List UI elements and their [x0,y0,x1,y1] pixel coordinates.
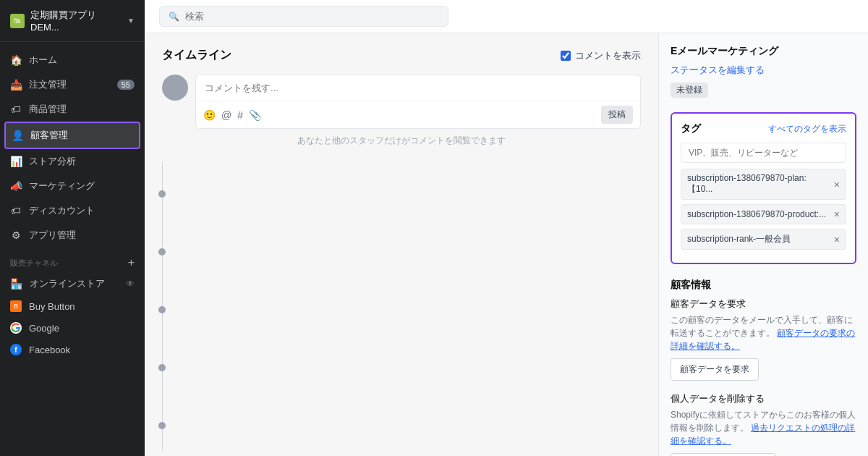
sidebar-item-customers[interactable]: 👤 顧客管理 [4,122,140,149]
orders-badge: 55 [117,80,135,90]
customers-icon: 👤 [12,130,23,141]
tag-text: subscription-1380679870-product:... [687,209,826,219]
tag-text: subscription-rank-一般会員 [687,233,791,245]
sidebar-item-label: アプリ管理 [29,229,76,242]
sidebar-item-orders[interactable]: 📥 注文管理 55 [0,72,145,97]
buy-button-icon: B [10,300,22,312]
sales-channels-section: 販売チャネル + [0,248,145,272]
customer-info-title: 顧客情報 [671,279,856,292]
customer-info-section: 顧客情報 顧客データを要求 この顧客のデータをメールで入手して、顧客に転送するこ… [671,279,856,456]
timeline-header: タイムライン コメントを表示 [162,48,641,63]
sidebar-item-label: 注文管理 [29,78,67,91]
sidebar-item-facebook[interactable]: f Facebook [0,339,145,360]
attachment-icon[interactable]: 📎 [249,109,261,121]
google-icon [10,322,22,334]
request-data-button[interactable]: 顧客データを要求 [671,358,759,381]
products-icon: 🏷 [10,104,22,115]
comment-box: 🙂 @ # 📎 投稿 [195,75,641,129]
timeline-track [162,161,641,451]
sidebar-item-marketing[interactable]: 📣 マーケティング [0,174,145,198]
tag-item: subscription-rank-一般会員 × [681,229,846,250]
avatar [162,75,188,101]
email-marketing-title: Eメールマーケティング [671,45,856,58]
channel-label: Buy Button [29,301,75,312]
sidebar-item-label: 商品管理 [29,103,67,116]
timeline-dot [158,364,166,371]
delete-personal-button[interactable]: 個人データを削除する [671,453,776,456]
sales-channels-label: 販売チャネル [10,258,58,269]
comment-toolbar: 🙂 @ # 📎 投稿 [196,101,640,128]
main-content: 🔍 タイムライン コメントを表示 🙂 @ [145,0,868,456]
edit-status-link[interactable]: ステータスを編集する [671,64,856,77]
hashtag-icon[interactable]: # [237,109,243,121]
channel-label: Facebook [29,345,70,355]
app-name: 定期購買アプリDEM... [30,9,122,33]
sidebar-item-label: 顧客管理 [30,129,68,142]
toggle-label: コメントを表示 [575,49,641,62]
add-channel-icon[interactable]: + [128,256,135,269]
marketing-icon: 📣 [10,180,22,192]
topbar: 🔍 [145,0,868,33]
tag-text: subscription-1380679870-plan:【10... [687,173,830,195]
tag-remove-icon[interactable]: × [834,179,840,190]
eye-icon[interactable]: 👁 [126,279,135,289]
search-box[interactable]: 🔍 [159,6,448,27]
timeline-dot [158,248,166,256]
timeline-title: タイムライン [162,48,231,63]
search-icon: 🔍 [169,12,179,22]
sidebar-item-home[interactable]: 🏠 ホーム [0,48,145,72]
delete-personal-desc: Shopifyに依頼してストアからこのお客様の個人情報を削除します。 過去リクエ… [671,408,856,447]
tags-title: タグ [681,122,701,135]
sidebar-item-products[interactable]: 🏷 商品管理 [0,97,145,122]
shopify-logo: 🛍 [10,14,25,28]
comment-row: 🙂 @ # 📎 投稿 [162,75,641,129]
online-store-icon: 🏪 [10,278,22,290]
sidebar-item-analytics[interactable]: 📊 ストア分析 [0,149,145,174]
timeline-area: タイムライン コメントを表示 🙂 @ # 📎 投稿 [145,33,658,456]
tag-remove-icon[interactable]: × [834,234,840,245]
comment-submit-button[interactable]: 投稿 [601,106,633,124]
sidebar-item-buy-button[interactable]: B Buy Button [0,295,145,317]
sidebar-item-apps[interactable]: ⚙ アプリ管理 [0,223,145,248]
tags-header: タグ すべてのタグを表示 [681,122,846,135]
comment-note: あなたと他のスタッフだけがコメントを閲覧できます [162,135,641,147]
mention-icon[interactable]: @ [221,109,231,121]
timeline-dot [158,190,166,198]
sidebar-item-label: ストア分析 [29,155,76,168]
app-header[interactable]: 🛍 定期購買アプリDEM... ▼ [0,0,145,42]
email-marketing-section: Eメールマーケティング ステータスを編集する 未登録 [671,45,856,98]
data-request-section: 顧客データを要求 この顧客のデータをメールで入手して、顧客に転送することができま… [671,297,856,381]
email-status-badge: 未登録 [671,83,708,98]
apps-icon: ⚙ [10,229,22,241]
channel-label: Google [29,323,59,334]
main-nav: 🏠 ホーム 📥 注文管理 55 🏷 商品管理 👤 顧客管理 📊 ストア分析 📣 … [0,42,145,456]
channel-label: オンラインストア [30,277,105,290]
sidebar-item-google[interactable]: Google [0,317,145,339]
tag-remove-icon[interactable]: × [834,208,840,220]
sidebar-item-online-store[interactable]: 🏪 オンラインストア 👁 [0,272,145,295]
timeline-toggle[interactable]: コメントを表示 [561,49,641,62]
sidebar-item-label: ディスカウント [29,204,95,217]
comment-input[interactable] [196,75,640,101]
tag-item: subscription-1380679870-plan:【10... × [681,169,846,200]
sidebar: 🛍 定期購買アプリDEM... ▼ 🏠 ホーム 📥 注文管理 55 🏷 商品管理… [0,0,145,456]
tag-item: subscription-1380679870-product:... × [681,204,846,224]
tags-section: タグ すべてのタグを表示 subscription-1380679870-pla… [671,112,856,264]
search-input[interactable] [185,11,439,22]
timeline-dot [158,306,166,313]
chevron-down-icon: ▼ [127,17,135,25]
emoji-icon[interactable]: 🙂 [203,109,216,121]
sidebar-item-discounts[interactable]: 🏷 ディスカウント [0,198,145,223]
orders-icon: 📥 [10,79,22,90]
timeline-dot [158,422,166,429]
shopify-bag-icon: 🛍 [10,14,25,28]
right-panel: Eメールマーケティング ステータスを編集する 未登録 タグ すべてのタグを表示 … [658,33,868,456]
tags-input[interactable] [681,143,846,163]
show-all-tags-link[interactable]: すべてのタグを表示 [768,123,846,135]
comment-toggle-checkbox[interactable] [561,51,571,61]
home-icon: 🏠 [10,54,22,66]
delete-personal-section: 個人データを削除する Shopifyに依頼してストアからこのお客様の個人情報を削… [671,392,856,456]
discounts-icon: 🏷 [10,205,22,216]
facebook-icon: f [10,344,22,355]
delete-personal-subtitle: 個人データを削除する [671,392,856,405]
